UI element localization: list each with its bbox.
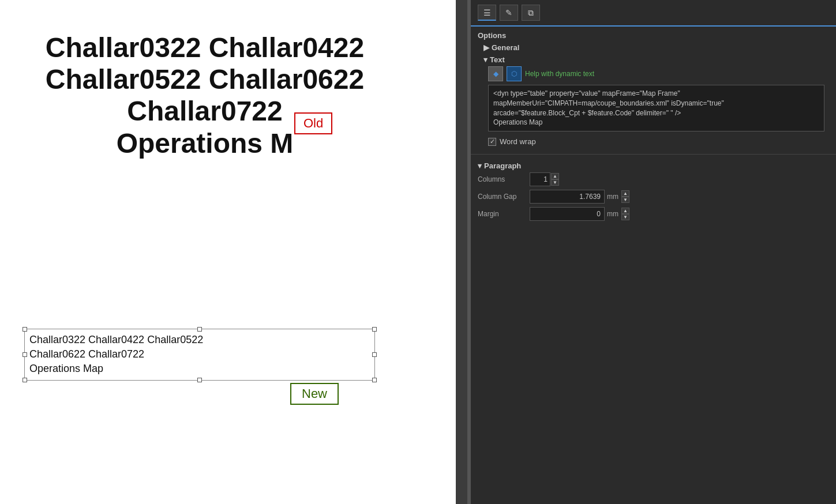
old-line2: Challar0522 Challar0622 — [17, 63, 392, 95]
old-badge: Old — [294, 112, 332, 134]
general-row: ▶ General — [478, 43, 829, 52]
columns-spinner[interactable]: ▲ ▼ — [530, 172, 559, 186]
general-arrow: ▶ — [483, 43, 489, 52]
options-label: Options — [478, 31, 506, 40]
paragraph-section: ▾ Paragraph Columns ▲ ▼ Column Gap mm ▲ — [471, 154, 836, 228]
column-gap-label: Column Gap — [478, 193, 530, 201]
toolbar-btn-edit[interactable]: ✎ — [500, 5, 518, 21]
general-header[interactable]: ▶ General — [483, 43, 829, 52]
columns-label: Columns — [478, 175, 530, 183]
columns-row: Columns ▲ ▼ — [478, 172, 829, 186]
text-editor-area[interactable]: <dyn type="table" property="value" mapFr… — [488, 85, 824, 131]
margin-label: Margin — [478, 210, 530, 218]
word-wrap-label: Word wrap — [500, 137, 536, 146]
column-gap-unit: mm — [607, 193, 618, 201]
old-line1: Challar0322 Challar0422 — [17, 32, 392, 63]
old-text-content: Challar0322 Challar0422 Challar0522 Chal… — [17, 32, 392, 159]
margin-spinner-btns: ▲ ▼ — [621, 208, 629, 220]
column-gap-row: Column Gap mm ▲ ▼ — [478, 190, 829, 204]
margin-input[interactable] — [530, 207, 605, 221]
margin-up[interactable]: ▲ — [621, 208, 629, 214]
word-wrap-row: ✓ Word wrap — [483, 134, 829, 149]
columns-up[interactable]: ▲ — [551, 173, 559, 179]
text-content-line4: Operations Map — [493, 118, 819, 127]
new-line1: Challar0322 Challar0422 Challar0522 — [29, 333, 370, 347]
handle-lm[interactable] — [23, 352, 27, 357]
diamond-icon: ◆ — [493, 70, 498, 78]
text-header[interactable]: ▾ Text — [483, 55, 829, 64]
margin-down[interactable]: ▼ — [621, 214, 629, 220]
page-white: Challar0322 Challar0422 Challar0522 Chal… — [0, 0, 456, 504]
new-line2: Challar0622 Challar0722 — [29, 347, 370, 362]
dynamic-text-row: ◆ ⬡ Help with dynamic text — [483, 66, 829, 81]
handle-tr[interactable] — [372, 327, 377, 332]
options-header: Options — [478, 31, 829, 40]
toolbar-btn-copy[interactable]: ⧉ — [522, 5, 540, 21]
new-badge: New — [290, 383, 339, 405]
handle-bl[interactable] — [23, 378, 27, 382]
margin-row: Margin mm ▲ ▼ — [478, 207, 829, 221]
handle-tl[interactable] — [23, 327, 27, 332]
text-arrow: ▾ — [483, 55, 488, 64]
handle-tm[interactable] — [197, 327, 202, 332]
column-gap-up[interactable]: ▲ — [621, 190, 629, 197]
handle-br[interactable] — [372, 378, 377, 382]
check-icon: ✓ — [490, 138, 495, 145]
options-section: Options ▶ General ▾ Text ◆ ⬡ Help with d… — [471, 27, 836, 154]
new-text-content: Challar0322 Challar0422 Challar0522 Chal… — [29, 333, 370, 377]
old-text-element: Challar0322 Challar0422 Challar0522 Chal… — [17, 32, 392, 159]
column-gap-input[interactable] — [530, 190, 605, 204]
blue-icon: ⬡ — [511, 70, 517, 78]
text-content-line3: arcade="$feature.Block_Cpt + $feature.Co… — [493, 108, 819, 118]
text-row: ▾ Text ◆ ⬡ Help with dynamic text <dyn t… — [478, 55, 829, 149]
margin-unit: mm — [607, 210, 618, 218]
general-label: General — [492, 43, 519, 52]
dyn-icon-blue[interactable]: ⬡ — [507, 66, 522, 81]
columns-spinner-btns: ▲ ▼ — [551, 173, 559, 186]
help-dynamic-text-link[interactable]: Help with dynamic text — [525, 70, 594, 78]
edit-icon: ✎ — [505, 8, 512, 17]
toolbar-btn-list[interactable]: ☰ — [478, 5, 496, 21]
margin-input-wrapper: mm ▲ ▼ — [530, 207, 629, 221]
column-gap-input-wrapper: mm ▲ ▼ — [530, 190, 629, 204]
paragraph-label: Paragraph — [484, 161, 521, 170]
list-icon: ☰ — [483, 8, 491, 17]
text-label: Text — [490, 55, 505, 64]
handle-bm[interactable] — [197, 378, 202, 382]
right-panel: ☰ ✎ ⧉ Options ▶ General ▾ Text — [471, 0, 836, 504]
column-gap-spinner-btns: ▲ ▼ — [621, 190, 629, 203]
columns-input[interactable] — [530, 172, 550, 186]
word-wrap-checkbox[interactable]: ✓ — [488, 138, 496, 146]
canvas-area: Challar0322 Challar0422 Challar0522 Chal… — [0, 0, 467, 504]
columns-down[interactable]: ▼ — [551, 179, 559, 186]
new-text-element[interactable]: Challar0322 Challar0422 Challar0522 Chal… — [24, 329, 375, 381]
new-line3: Operations Map — [29, 362, 370, 376]
old-line3: Challar0722 — [17, 95, 392, 127]
column-gap-down[interactable]: ▼ — [621, 197, 629, 203]
dyn-icon-diamond[interactable]: ◆ — [488, 66, 503, 81]
old-line4: Operations M — [17, 127, 392, 159]
paragraph-arrow: ▾ — [478, 161, 482, 170]
copy-icon: ⧉ — [528, 8, 534, 18]
handle-rm[interactable] — [372, 352, 377, 357]
panel-toolbar: ☰ ✎ ⧉ — [471, 0, 836, 27]
paragraph-header[interactable]: ▾ Paragraph — [478, 161, 829, 170]
text-content-line2: mapMemberUri="CIMPATH=map/coupe_boundari… — [493, 99, 819, 108]
text-content-line1: <dyn type="table" property="value" mapFr… — [493, 89, 819, 99]
